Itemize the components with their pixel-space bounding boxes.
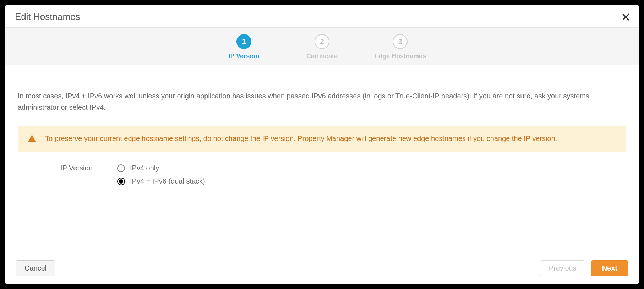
edit-hostnames-modal: Edit Hostnames 1 IP Version [5, 5, 639, 284]
step-label: IP Version [229, 53, 260, 60]
close-icon [621, 12, 631, 22]
radio-ipv4-only[interactable]: IPv4 only [117, 164, 205, 172]
wizard-stepper: 1 IP Version 2 Certificate 3 Edge Hostna… [5, 28, 639, 65]
step-label: Certificate [306, 53, 338, 60]
next-button[interactable]: Next [591, 260, 628, 276]
radio-ipv4-ipv6-dual[interactable]: IPv4 + IPv6 (dual stack) [117, 177, 205, 185]
warning-icon [27, 134, 37, 144]
close-button[interactable] [621, 12, 631, 22]
svg-rect-2 [32, 137, 32, 140]
cancel-button[interactable]: Cancel [16, 260, 55, 276]
ip-version-radio-group: IPv4 only IPv4 + IPv6 (dual stack) [117, 164, 205, 185]
step-number: 1 [236, 34, 251, 49]
ip-version-field: IP Version IPv4 only IPv4 + IPv6 (dual s… [18, 164, 626, 185]
step-edge-hostnames[interactable]: 3 Edge Hostnames [361, 34, 439, 60]
step-certificate[interactable]: 2 Certificate [283, 34, 361, 60]
radio-label: IPv4 + IPv6 (dual stack) [130, 177, 205, 185]
radio-label: IPv4 only [130, 164, 159, 172]
intro-text: In most cases, IPv4 + IPv6 works well un… [18, 90, 626, 113]
modal-body: In most cases, IPv4 + IPv6 works well un… [5, 65, 639, 252]
warning-text: To preserve your current edge hostname s… [45, 133, 557, 144]
warning-alert: To preserve your current edge hostname s… [18, 126, 626, 152]
modal-title: Edit Hostnames [15, 11, 80, 22]
step-ip-version[interactable]: 1 IP Version [205, 34, 283, 60]
step-label: Edge Hostnames [374, 53, 426, 60]
svg-rect-3 [32, 140, 32, 141]
step-number: 2 [315, 34, 329, 49]
modal-header: Edit Hostnames [5, 5, 639, 28]
radio-icon [117, 164, 125, 172]
previous-button[interactable]: Previous [540, 260, 585, 276]
modal-footer: Cancel Previous Next [5, 252, 639, 284]
ip-version-label: IP Version [18, 164, 117, 172]
radio-icon [117, 178, 125, 185]
step-number: 3 [393, 34, 408, 49]
